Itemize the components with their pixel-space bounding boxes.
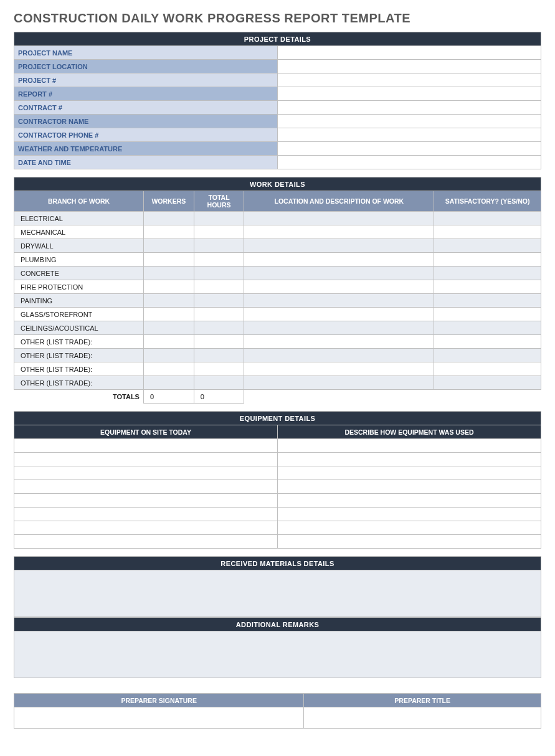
- equipment-usage-input[interactable]: [278, 521, 541, 535]
- wd-workers[interactable]: [143, 267, 194, 280]
- wd-location[interactable]: [244, 225, 434, 239]
- wd-location[interactable]: [244, 362, 434, 376]
- wd-hours[interactable]: [194, 321, 244, 335]
- wd-workers[interactable]: [143, 308, 194, 321]
- wd-branch: FIRE PROTECTION: [14, 280, 144, 294]
- wd-satisfactory[interactable]: [434, 225, 541, 239]
- pd-label: DATE AND TIME: [14, 156, 278, 169]
- pd-value[interactable]: [278, 60, 541, 73]
- equipment-usage-input[interactable]: [278, 494, 541, 508]
- col-hours: TOTAL HOURS: [194, 191, 244, 212]
- wd-satisfactory[interactable]: [434, 280, 541, 294]
- equipment-onsite-input[interactable]: [14, 508, 278, 521]
- wd-branch: ELECTRICAL: [14, 212, 144, 225]
- wd-location[interactable]: [244, 376, 434, 390]
- wd-hours[interactable]: [194, 267, 244, 280]
- preparer-signature-input[interactable]: [14, 707, 304, 729]
- wd-workers[interactable]: [143, 362, 194, 376]
- wd-hours[interactable]: [194, 294, 244, 308]
- wd-workers[interactable]: [143, 253, 194, 267]
- wd-location[interactable]: [244, 239, 434, 253]
- wd-hours[interactable]: [194, 308, 244, 321]
- equipment-onsite-input[interactable]: [14, 521, 278, 535]
- signature-table: PREPARER SIGNATURE PREPARER TITLE: [14, 693, 541, 729]
- wd-location[interactable]: [244, 280, 434, 294]
- pd-value[interactable]: [278, 128, 541, 142]
- wd-satisfactory[interactable]: [434, 308, 541, 321]
- equipment-onsite-input[interactable]: [14, 466, 278, 480]
- pd-value[interactable]: [278, 115, 541, 128]
- wd-branch: PAINTING: [14, 294, 144, 308]
- wd-location[interactable]: [244, 212, 434, 225]
- wd-location[interactable]: [244, 349, 434, 362]
- wd-hours[interactable]: [194, 376, 244, 390]
- pd-value[interactable]: [278, 156, 541, 169]
- wd-hours[interactable]: [194, 362, 244, 376]
- col-location: LOCATION AND DESCRIPTION OF WORK: [244, 191, 434, 212]
- equipment-onsite-input[interactable]: [14, 480, 278, 494]
- wd-satisfactory[interactable]: [434, 239, 541, 253]
- wd-workers[interactable]: [143, 335, 194, 349]
- pd-label: CONTRACTOR PHONE #: [14, 128, 278, 142]
- equipment-usage-input[interactable]: [278, 480, 541, 494]
- wd-hours[interactable]: [194, 239, 244, 253]
- wd-hours[interactable]: [194, 280, 244, 294]
- equipment-usage-input[interactable]: [278, 453, 541, 466]
- equipment-onsite-input[interactable]: [14, 535, 278, 549]
- wd-workers[interactable]: [143, 376, 194, 390]
- wd-satisfactory[interactable]: [434, 349, 541, 362]
- wd-hours[interactable]: [194, 225, 244, 239]
- equipment-onsite-input[interactable]: [14, 453, 278, 466]
- wd-workers[interactable]: [143, 321, 194, 335]
- preparer-title-input[interactable]: [304, 707, 541, 729]
- wd-workers[interactable]: [143, 212, 194, 225]
- pd-label: PROJECT #: [14, 73, 278, 87]
- received-materials-input[interactable]: [14, 570, 541, 617]
- wd-location[interactable]: [244, 294, 434, 308]
- wd-hours[interactable]: [194, 212, 244, 225]
- wd-workers[interactable]: [143, 225, 194, 239]
- totals-hours[interactable]: 0: [194, 390, 244, 404]
- wd-branch: MECHANICAL: [14, 225, 144, 239]
- wd-satisfactory[interactable]: [434, 376, 541, 390]
- wd-location[interactable]: [244, 308, 434, 321]
- pd-value[interactable]: [278, 101, 541, 115]
- wd-branch: CEILINGS/ACOUSTICAL: [14, 321, 144, 335]
- work-details-table: WORK DETAILS BRANCH OF WORK WORKERS TOTA…: [14, 177, 541, 404]
- wd-satisfactory[interactable]: [434, 253, 541, 267]
- equipment-onsite-input[interactable]: [14, 439, 278, 453]
- equipment-usage-input[interactable]: [278, 535, 541, 549]
- equipment-onsite-input[interactable]: [14, 494, 278, 508]
- totals-workers[interactable]: 0: [143, 390, 194, 404]
- pd-value[interactable]: [278, 142, 541, 156]
- pd-value[interactable]: [278, 46, 541, 60]
- wd-location[interactable]: [244, 321, 434, 335]
- pd-value[interactable]: [278, 73, 541, 87]
- wd-satisfactory[interactable]: [434, 212, 541, 225]
- wd-branch: OTHER (LIST TRADE):: [14, 362, 144, 376]
- equipment-usage-input[interactable]: [278, 508, 541, 521]
- wd-satisfactory[interactable]: [434, 362, 541, 376]
- wd-hours[interactable]: [194, 349, 244, 362]
- totals-label: TOTALS: [14, 390, 144, 404]
- wd-location[interactable]: [244, 253, 434, 267]
- wd-satisfactory[interactable]: [434, 335, 541, 349]
- pd-value[interactable]: [278, 87, 541, 101]
- wd-workers[interactable]: [143, 349, 194, 362]
- additional-remarks-input[interactable]: [14, 631, 541, 678]
- wd-satisfactory[interactable]: [434, 321, 541, 335]
- wd-location[interactable]: [244, 267, 434, 280]
- wd-workers[interactable]: [143, 280, 194, 294]
- col-workers: WORKERS: [143, 191, 194, 212]
- pd-label: CONTRACT #: [14, 101, 278, 115]
- wd-satisfactory[interactable]: [434, 294, 541, 308]
- wd-workers[interactable]: [143, 294, 194, 308]
- equipment-usage-input[interactable]: [278, 466, 541, 480]
- wd-satisfactory[interactable]: [434, 267, 541, 280]
- col-branch: BRANCH OF WORK: [14, 191, 144, 212]
- wd-hours[interactable]: [194, 335, 244, 349]
- wd-hours[interactable]: [194, 253, 244, 267]
- equipment-usage-input[interactable]: [278, 439, 541, 453]
- wd-location[interactable]: [244, 335, 434, 349]
- wd-workers[interactable]: [143, 239, 194, 253]
